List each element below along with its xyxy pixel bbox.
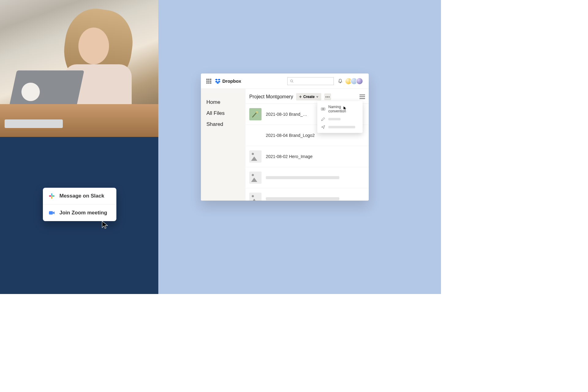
create-button[interactable]: Create: [296, 93, 321, 100]
svg-rect-2: [51, 196, 52, 199]
naming-convention-option[interactable]: Naming convention: [317, 103, 363, 115]
edit-icon: [321, 117, 325, 121]
create-label: Create: [303, 95, 315, 99]
sidebar-item-home[interactable]: Home: [206, 97, 240, 108]
file-thumbnail: [249, 150, 262, 163]
popover-item-placeholder[interactable]: [317, 115, 363, 123]
file-thumbnail: [249, 193, 262, 201]
popover-item-placeholder[interactable]: [317, 123, 363, 131]
cursor-icon: [343, 106, 347, 110]
integrations-menu: Message on Slack Join Zoom meeting: [43, 188, 116, 221]
chevron-down-icon: [316, 96, 318, 98]
dropbox-window: Dropbox Home All Files Shared Project M: [201, 74, 369, 201]
svg-point-10: [256, 111, 258, 113]
svg-point-5: [291, 80, 293, 82]
more-actions-button[interactable]: [324, 93, 331, 100]
slack-label: Message on Slack: [59, 193, 104, 199]
join-zoom-meeting[interactable]: Join Zoom meeting: [43, 204, 116, 221]
dropbox-logo[interactable]: Dropbox: [215, 78, 241, 84]
slack-icon: [48, 193, 55, 199]
svg-rect-4: [49, 211, 53, 215]
search-icon: [290, 79, 294, 83]
svg-rect-3: [49, 195, 51, 197]
file-name: 2021-08-02 Hero_Image: [266, 154, 313, 159]
more-actions-popover: Naming convention: [317, 101, 363, 133]
cursor-icon: [101, 221, 110, 229]
svg-rect-8: [324, 108, 325, 110]
sidebar-item-all-files[interactable]: All Files: [206, 108, 240, 119]
zoom-label: Join Zoom meeting: [59, 210, 107, 216]
file-row[interactable]: [246, 167, 369, 188]
file-name-placeholder: [266, 197, 339, 200]
plus-icon: [299, 95, 302, 98]
file-name-placeholder: [266, 176, 339, 179]
hero-photo: [0, 0, 158, 137]
file-row[interactable]: [246, 188, 369, 201]
notifications-icon[interactable]: [337, 78, 343, 84]
file-name: 2021-08-10 Brand_Shoot3: [266, 112, 309, 117]
collaborator-avatars[interactable]: [347, 77, 363, 85]
svg-rect-7: [321, 108, 322, 110]
file-thumbnail: [249, 172, 262, 184]
zoom-icon: [48, 209, 55, 216]
view-options-button[interactable]: [360, 95, 365, 99]
folder-title: Project Montgomery: [249, 94, 293, 100]
app-grid-icon[interactable]: [206, 79, 211, 84]
rename-icon: [321, 107, 325, 111]
file-thumbnail: [249, 129, 262, 141]
placeholder-text: [328, 118, 341, 120]
send-icon: [321, 125, 325, 129]
placeholder-text: [328, 126, 355, 128]
search-input[interactable]: [287, 77, 334, 85]
sidebar-item-shared[interactable]: Shared: [206, 119, 240, 130]
dropbox-brand-text: Dropbox: [222, 78, 241, 84]
file-row[interactable]: 2021-08-02 Hero_Image: [246, 146, 369, 167]
file-thumbnail: [249, 108, 262, 120]
message-on-slack[interactable]: Message on Slack: [43, 188, 116, 204]
avatar[interactable]: [356, 77, 363, 85]
svg-line-6: [292, 81, 293, 82]
svg-rect-0: [51, 193, 52, 196]
svg-rect-1: [52, 195, 55, 197]
file-name: 2021-08-04 Brand_Logo2: [266, 133, 315, 138]
dropbox-sidebar: Home All Files Shared: [201, 89, 246, 201]
